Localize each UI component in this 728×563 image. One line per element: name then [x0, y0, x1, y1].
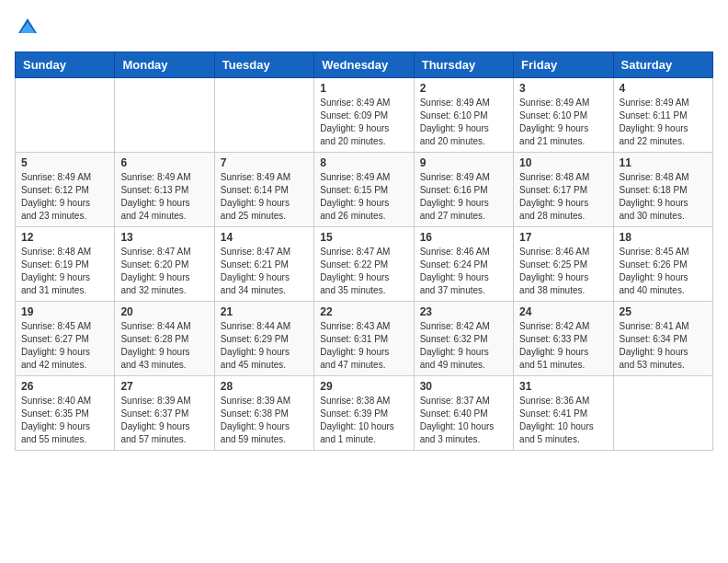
day-info: Sunrise: 8:42 AM Sunset: 6:32 PM Dayligh…	[420, 320, 507, 372]
day-cell: 8Sunrise: 8:49 AM Sunset: 6:15 PM Daylig…	[314, 153, 414, 227]
day-info: Sunrise: 8:49 AM Sunset: 6:15 PM Dayligh…	[320, 171, 407, 223]
day-info: Sunrise: 8:46 AM Sunset: 6:25 PM Dayligh…	[519, 246, 607, 297]
weekday-header: Wednesday	[314, 52, 414, 78]
day-cell: 17Sunrise: 8:46 AM Sunset: 6:25 PM Dayli…	[514, 227, 613, 302]
day-number: 31	[519, 380, 607, 393]
day-cell: 9Sunrise: 8:49 AM Sunset: 6:16 PM Daylig…	[414, 153, 513, 227]
day-cell: 6Sunrise: 8:49 AM Sunset: 6:13 PM Daylig…	[115, 153, 214, 227]
day-cell: 21Sunrise: 8:44 AM Sunset: 6:29 PM Dayli…	[214, 302, 313, 376]
day-cell: 5Sunrise: 8:49 AM Sunset: 6:12 PM Daylig…	[16, 153, 115, 227]
day-info: Sunrise: 8:44 AM Sunset: 6:29 PM Dayligh…	[221, 320, 308, 372]
day-info: Sunrise: 8:49 AM Sunset: 6:11 PM Dayligh…	[620, 97, 707, 148]
day-cell: 31Sunrise: 8:36 AM Sunset: 6:41 PM Dayli…	[514, 376, 613, 451]
week-row: 26Sunrise: 8:40 AM Sunset: 6:35 PM Dayli…	[16, 376, 713, 451]
day-info: Sunrise: 8:39 AM Sunset: 6:38 PM Dayligh…	[221, 395, 308, 446]
day-number: 2	[420, 82, 507, 95]
day-info: Sunrise: 8:41 AM Sunset: 6:34 PM Dayligh…	[620, 320, 707, 372]
day-cell: 18Sunrise: 8:45 AM Sunset: 6:26 PM Dayli…	[613, 227, 712, 302]
weekday-header: Tuesday	[214, 52, 313, 78]
day-number: 27	[120, 380, 208, 393]
calendar-body: 1Sunrise: 8:49 AM Sunset: 6:09 PM Daylig…	[16, 78, 713, 451]
day-number: 9	[420, 156, 507, 169]
day-info: Sunrise: 8:44 AM Sunset: 6:28 PM Dayligh…	[120, 320, 208, 372]
day-number: 3	[519, 82, 607, 95]
day-info: Sunrise: 8:49 AM Sunset: 6:10 PM Dayligh…	[420, 97, 507, 148]
day-info: Sunrise: 8:49 AM Sunset: 6:14 PM Dayligh…	[221, 171, 308, 223]
day-cell: 3Sunrise: 8:49 AM Sunset: 6:10 PM Daylig…	[514, 78, 613, 153]
day-cell: 25Sunrise: 8:41 AM Sunset: 6:34 PM Dayli…	[613, 302, 712, 376]
day-info: Sunrise: 8:49 AM Sunset: 6:09 PM Dayligh…	[320, 97, 407, 148]
day-info: Sunrise: 8:49 AM Sunset: 6:12 PM Dayligh…	[21, 171, 108, 223]
weekday-row: SundayMondayTuesdayWednesdayThursdayFrid…	[16, 52, 713, 78]
day-cell: 7Sunrise: 8:49 AM Sunset: 6:14 PM Daylig…	[214, 153, 313, 227]
weekday-header: Sunday	[16, 52, 115, 78]
day-info: Sunrise: 8:49 AM Sunset: 6:16 PM Dayligh…	[420, 171, 507, 223]
calendar-header: SundayMondayTuesdayWednesdayThursdayFrid…	[16, 52, 713, 78]
day-number: 5	[21, 156, 108, 169]
day-info: Sunrise: 8:48 AM Sunset: 6:17 PM Dayligh…	[519, 171, 607, 223]
day-cell: 20Sunrise: 8:44 AM Sunset: 6:28 PM Dayli…	[115, 302, 214, 376]
day-cell	[613, 376, 712, 451]
day-number: 19	[21, 305, 108, 318]
day-info: Sunrise: 8:46 AM Sunset: 6:24 PM Dayligh…	[420, 246, 507, 297]
week-row: 12Sunrise: 8:48 AM Sunset: 6:19 PM Dayli…	[16, 227, 713, 302]
weekday-header: Friday	[514, 52, 613, 78]
day-info: Sunrise: 8:45 AM Sunset: 6:26 PM Dayligh…	[620, 246, 707, 297]
day-number: 10	[519, 156, 607, 169]
day-cell: 27Sunrise: 8:39 AM Sunset: 6:37 PM Dayli…	[115, 376, 214, 451]
day-number: 1	[320, 82, 407, 95]
day-number: 29	[320, 380, 407, 393]
day-cell: 14Sunrise: 8:47 AM Sunset: 6:21 PM Dayli…	[214, 227, 313, 302]
day-cell: 1Sunrise: 8:49 AM Sunset: 6:09 PM Daylig…	[314, 78, 414, 153]
week-row: 5Sunrise: 8:49 AM Sunset: 6:12 PM Daylig…	[16, 153, 713, 227]
day-number: 7	[221, 156, 308, 169]
day-info: Sunrise: 8:47 AM Sunset: 6:22 PM Dayligh…	[320, 246, 407, 297]
day-info: Sunrise: 8:48 AM Sunset: 6:18 PM Dayligh…	[620, 171, 707, 223]
day-number: 16	[420, 231, 507, 244]
day-number: 8	[320, 156, 407, 169]
day-info: Sunrise: 8:47 AM Sunset: 6:20 PM Dayligh…	[120, 246, 208, 297]
day-cell: 15Sunrise: 8:47 AM Sunset: 6:22 PM Dayli…	[314, 227, 414, 302]
day-info: Sunrise: 8:37 AM Sunset: 6:40 PM Dayligh…	[420, 395, 507, 446]
day-number: 22	[320, 305, 407, 318]
day-info: Sunrise: 8:48 AM Sunset: 6:19 PM Dayligh…	[21, 246, 108, 297]
day-info: Sunrise: 8:49 AM Sunset: 6:10 PM Dayligh…	[519, 97, 607, 148]
day-cell: 13Sunrise: 8:47 AM Sunset: 6:20 PM Dayli…	[115, 227, 214, 302]
day-number: 26	[21, 380, 108, 393]
day-cell: 30Sunrise: 8:37 AM Sunset: 6:40 PM Dayli…	[414, 376, 513, 451]
day-cell: 24Sunrise: 8:42 AM Sunset: 6:33 PM Dayli…	[514, 302, 613, 376]
day-info: Sunrise: 8:38 AM Sunset: 6:39 PM Dayligh…	[320, 395, 407, 446]
day-number: 28	[221, 380, 308, 393]
day-cell: 23Sunrise: 8:42 AM Sunset: 6:32 PM Dayli…	[414, 302, 513, 376]
day-number: 24	[519, 305, 607, 318]
day-cell: 2Sunrise: 8:49 AM Sunset: 6:10 PM Daylig…	[414, 78, 513, 153]
day-cell: 22Sunrise: 8:43 AM Sunset: 6:31 PM Dayli…	[314, 302, 414, 376]
day-cell: 4Sunrise: 8:49 AM Sunset: 6:11 PM Daylig…	[613, 78, 712, 153]
day-number: 13	[120, 231, 208, 244]
week-row: 19Sunrise: 8:45 AM Sunset: 6:27 PM Dayli…	[16, 302, 713, 376]
day-number: 18	[620, 231, 707, 244]
day-cell: 11Sunrise: 8:48 AM Sunset: 6:18 PM Dayli…	[613, 153, 712, 227]
day-number: 23	[420, 305, 507, 318]
day-cell: 16Sunrise: 8:46 AM Sunset: 6:24 PM Dayli…	[414, 227, 513, 302]
day-number: 4	[620, 82, 707, 95]
day-info: Sunrise: 8:40 AM Sunset: 6:35 PM Dayligh…	[21, 395, 108, 446]
day-cell	[16, 78, 115, 153]
day-number: 30	[420, 380, 507, 393]
day-info: Sunrise: 8:45 AM Sunset: 6:27 PM Dayligh…	[21, 320, 108, 372]
day-cell	[115, 78, 214, 153]
day-number: 25	[620, 305, 707, 318]
day-info: Sunrise: 8:43 AM Sunset: 6:31 PM Dayligh…	[320, 320, 407, 372]
weekday-header: Saturday	[613, 52, 712, 78]
day-cell: 26Sunrise: 8:40 AM Sunset: 6:35 PM Dayli…	[16, 376, 115, 451]
day-cell: 12Sunrise: 8:48 AM Sunset: 6:19 PM Dayli…	[16, 227, 115, 302]
weekday-header: Monday	[115, 52, 214, 78]
week-row: 1Sunrise: 8:49 AM Sunset: 6:09 PM Daylig…	[16, 78, 713, 153]
logo	[15, 15, 44, 40]
day-cell	[214, 78, 313, 153]
day-number: 11	[620, 156, 707, 169]
day-info: Sunrise: 8:39 AM Sunset: 6:37 PM Dayligh…	[120, 395, 208, 446]
day-number: 21	[221, 305, 308, 318]
day-info: Sunrise: 8:36 AM Sunset: 6:41 PM Dayligh…	[519, 395, 607, 446]
day-cell: 10Sunrise: 8:48 AM Sunset: 6:17 PM Dayli…	[514, 153, 613, 227]
